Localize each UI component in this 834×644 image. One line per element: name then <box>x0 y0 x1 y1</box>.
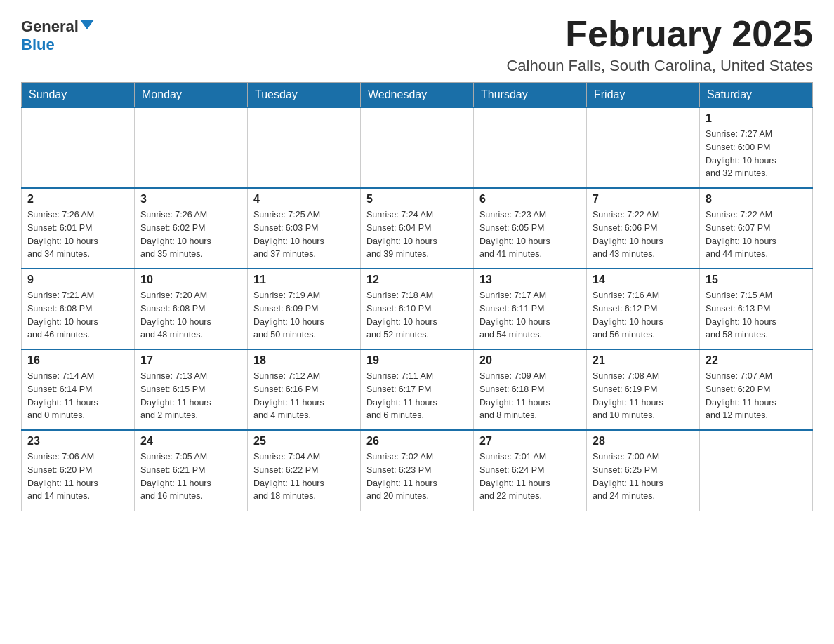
table-row: 13Sunrise: 7:17 AMSunset: 6:11 PMDayligh… <box>474 269 587 349</box>
table-row: 9Sunrise: 7:21 AMSunset: 6:08 PMDaylight… <box>22 269 135 349</box>
day-info: Sunrise: 7:08 AMSunset: 6:19 PMDaylight:… <box>593 370 694 422</box>
table-row <box>700 430 813 511</box>
day-number: 28 <box>593 435 694 448</box>
table-row: 11Sunrise: 7:19 AMSunset: 6:09 PMDayligh… <box>248 269 361 349</box>
day-info: Sunrise: 7:02 AMSunset: 6:23 PMDaylight:… <box>366 450 468 503</box>
month-title: February 2025 <box>506 14 813 54</box>
day-info: Sunrise: 7:16 AMSunset: 6:12 PMDaylight:… <box>593 289 694 342</box>
day-number: 6 <box>479 193 581 206</box>
table-row: 27Sunrise: 7:01 AMSunset: 6:24 PMDayligh… <box>474 430 587 511</box>
header-wednesday: Wednesday <box>361 83 474 108</box>
table-row: 16Sunrise: 7:14 AMSunset: 6:14 PMDayligh… <box>22 349 135 430</box>
calendar-week-row: 1Sunrise: 7:27 AMSunset: 6:00 PMDaylight… <box>22 107 813 188</box>
table-row: 14Sunrise: 7:16 AMSunset: 6:12 PMDayligh… <box>587 269 700 349</box>
table-row: 8Sunrise: 7:22 AMSunset: 6:07 PMDaylight… <box>700 188 813 269</box>
day-number: 15 <box>706 274 807 286</box>
day-info: Sunrise: 7:21 AMSunset: 6:08 PMDaylight:… <box>27 289 128 342</box>
calendar-week-row: 23Sunrise: 7:06 AMSunset: 6:20 PMDayligh… <box>22 430 813 511</box>
day-number: 26 <box>366 435 468 448</box>
table-row: 25Sunrise: 7:04 AMSunset: 6:22 PMDayligh… <box>248 430 361 511</box>
table-row: 18Sunrise: 7:12 AMSunset: 6:16 PMDayligh… <box>248 349 361 430</box>
day-info: Sunrise: 7:01 AMSunset: 6:24 PMDaylight:… <box>479 450 581 503</box>
day-info: Sunrise: 7:00 AMSunset: 6:25 PMDaylight:… <box>593 450 694 503</box>
header-thursday: Thursday <box>474 83 587 108</box>
day-number: 24 <box>140 435 241 448</box>
day-info: Sunrise: 7:23 AMSunset: 6:05 PMDaylight:… <box>479 208 581 261</box>
day-info: Sunrise: 7:15 AMSunset: 6:13 PMDaylight:… <box>706 289 807 342</box>
day-number: 22 <box>706 354 807 367</box>
day-number: 8 <box>706 193 807 206</box>
logo-blue-text: Blue <box>21 36 55 53</box>
day-info: Sunrise: 7:18 AMSunset: 6:10 PMDaylight:… <box>366 289 468 342</box>
table-row: 26Sunrise: 7:02 AMSunset: 6:23 PMDayligh… <box>361 430 474 511</box>
day-number: 23 <box>27 435 128 448</box>
calendar-header-row: Sunday Monday Tuesday Wednesday Thursday… <box>22 83 813 108</box>
calendar-week-row: 9Sunrise: 7:21 AMSunset: 6:08 PMDaylight… <box>22 269 813 349</box>
day-info: Sunrise: 7:22 AMSunset: 6:07 PMDaylight:… <box>706 208 807 261</box>
day-info: Sunrise: 7:07 AMSunset: 6:20 PMDaylight:… <box>706 370 807 422</box>
day-info: Sunrise: 7:09 AMSunset: 6:18 PMDaylight:… <box>479 370 581 422</box>
day-info: Sunrise: 7:25 AMSunset: 6:03 PMDaylight:… <box>253 208 355 261</box>
table-row: 6Sunrise: 7:23 AMSunset: 6:05 PMDaylight… <box>474 188 587 269</box>
calendar-table: Sunday Monday Tuesday Wednesday Thursday… <box>21 82 813 511</box>
table-row: 2Sunrise: 7:26 AMSunset: 6:01 PMDaylight… <box>22 188 135 269</box>
day-number: 4 <box>253 193 355 206</box>
page-header: General Blue February 2025 Calhoun Falls… <box>21 14 813 75</box>
day-number: 5 <box>366 193 468 206</box>
day-info: Sunrise: 7:26 AMSunset: 6:02 PMDaylight:… <box>140 208 241 261</box>
day-number: 3 <box>140 193 241 206</box>
day-info: Sunrise: 7:20 AMSunset: 6:08 PMDaylight:… <box>140 289 241 342</box>
table-row: 21Sunrise: 7:08 AMSunset: 6:19 PMDayligh… <box>587 349 700 430</box>
table-row: 19Sunrise: 7:11 AMSunset: 6:17 PMDayligh… <box>361 349 474 430</box>
day-info: Sunrise: 7:04 AMSunset: 6:22 PMDaylight:… <box>253 450 355 503</box>
day-number: 10 <box>140 274 241 286</box>
day-info: Sunrise: 7:12 AMSunset: 6:16 PMDaylight:… <box>253 370 355 422</box>
table-row: 7Sunrise: 7:22 AMSunset: 6:06 PMDaylight… <box>587 188 700 269</box>
day-info: Sunrise: 7:05 AMSunset: 6:21 PMDaylight:… <box>140 450 241 503</box>
title-section: February 2025 Calhoun Falls, South Carol… <box>506 14 813 75</box>
day-number: 17 <box>140 354 241 367</box>
logo-triangle-icon <box>80 20 94 29</box>
table-row: 17Sunrise: 7:13 AMSunset: 6:15 PMDayligh… <box>135 349 248 430</box>
day-number: 2 <box>27 193 128 206</box>
table-row <box>22 107 135 188</box>
day-number: 14 <box>593 274 694 286</box>
day-info: Sunrise: 7:11 AMSunset: 6:17 PMDaylight:… <box>366 370 468 422</box>
table-row <box>587 107 700 188</box>
logo: General Blue <box>21 14 94 54</box>
location-subtitle: Calhoun Falls, South Carolina, United St… <box>506 57 813 75</box>
calendar-week-row: 2Sunrise: 7:26 AMSunset: 6:01 PMDaylight… <box>22 188 813 269</box>
day-info: Sunrise: 7:13 AMSunset: 6:15 PMDaylight:… <box>140 370 241 422</box>
day-info: Sunrise: 7:14 AMSunset: 6:14 PMDaylight:… <box>27 370 128 422</box>
day-number: 25 <box>253 435 355 448</box>
day-number: 27 <box>479 435 581 448</box>
header-friday: Friday <box>587 83 700 108</box>
header-monday: Monday <box>135 83 248 108</box>
table-row: 24Sunrise: 7:05 AMSunset: 6:21 PMDayligh… <box>135 430 248 511</box>
table-row <box>248 107 361 188</box>
day-info: Sunrise: 7:26 AMSunset: 6:01 PMDaylight:… <box>27 208 128 261</box>
day-info: Sunrise: 7:24 AMSunset: 6:04 PMDaylight:… <box>366 208 468 261</box>
table-row <box>474 107 587 188</box>
day-number: 7 <box>593 193 694 206</box>
table-row: 23Sunrise: 7:06 AMSunset: 6:20 PMDayligh… <box>22 430 135 511</box>
table-row <box>135 107 248 188</box>
header-sunday: Sunday <box>22 83 135 108</box>
header-saturday: Saturday <box>700 83 813 108</box>
logo-general-text: General <box>21 18 79 36</box>
day-number: 13 <box>479 274 581 286</box>
table-row: 20Sunrise: 7:09 AMSunset: 6:18 PMDayligh… <box>474 349 587 430</box>
day-number: 18 <box>253 354 355 367</box>
table-row: 1Sunrise: 7:27 AMSunset: 6:00 PMDaylight… <box>700 107 813 188</box>
day-info: Sunrise: 7:19 AMSunset: 6:09 PMDaylight:… <box>253 289 355 342</box>
day-number: 11 <box>253 274 355 286</box>
day-number: 9 <box>27 274 128 286</box>
table-row: 22Sunrise: 7:07 AMSunset: 6:20 PMDayligh… <box>700 349 813 430</box>
table-row: 15Sunrise: 7:15 AMSunset: 6:13 PMDayligh… <box>700 269 813 349</box>
day-info: Sunrise: 7:06 AMSunset: 6:20 PMDaylight:… <box>27 450 128 503</box>
table-row <box>361 107 474 188</box>
day-number: 19 <box>366 354 468 367</box>
day-number: 1 <box>706 112 807 125</box>
day-number: 21 <box>593 354 694 367</box>
day-number: 16 <box>27 354 128 367</box>
